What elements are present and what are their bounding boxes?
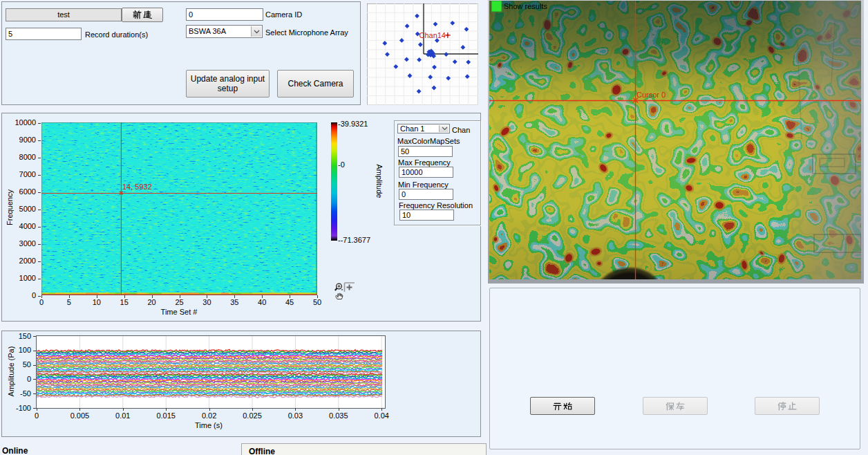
svg-text:Show results: Show results <box>504 2 547 10</box>
svg-text:Cursor 0: Cursor 0 <box>636 91 666 99</box>
svg-text:Chan14: Chan14 <box>419 31 446 39</box>
svg-text:14, 5932: 14, 5932 <box>122 183 152 191</box>
